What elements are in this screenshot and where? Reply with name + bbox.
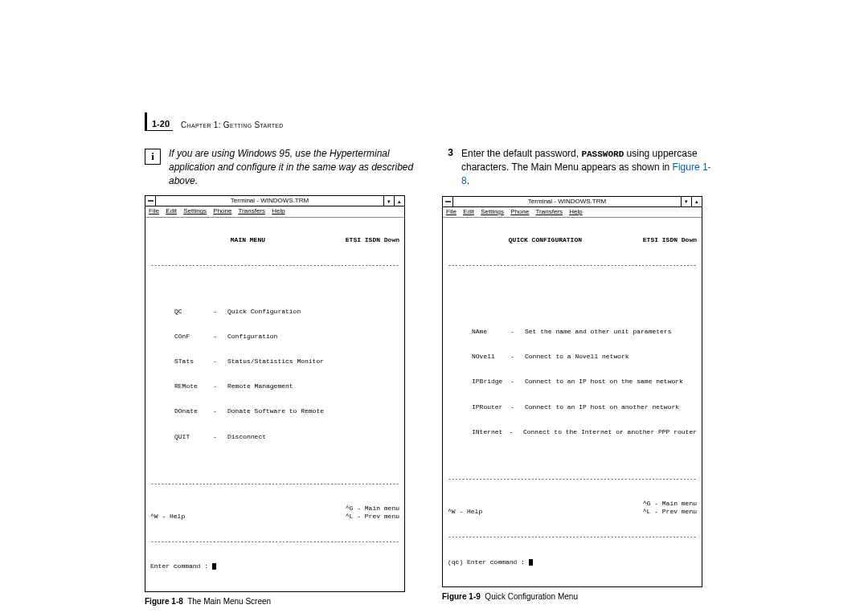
menu-help[interactable]: Help xyxy=(569,208,582,215)
menu-settings[interactable]: Settings xyxy=(183,207,207,215)
divider: ----------------------------------------… xyxy=(150,537,399,546)
terminal-body: QC-Quick Configuration COnF-Configuratio… xyxy=(150,286,399,463)
window-titlebar: Terminal - WINDOWS.TRM ▾ ▴ xyxy=(145,196,404,206)
menu-edit[interactable]: Edit xyxy=(166,207,177,215)
terminal-quick-config: Terminal - WINDOWS.TRM ▾ ▴ File Edit Set… xyxy=(442,196,702,587)
system-menu-icon[interactable] xyxy=(145,196,156,206)
page-number: 1-20 xyxy=(145,112,173,131)
menu-file[interactable]: File xyxy=(446,208,457,215)
menu-file[interactable]: File xyxy=(149,207,159,215)
page-header: 1-20 Chapter 1: Getting Started xyxy=(145,112,723,131)
step-text: Enter the default password, PASSWORD usi… xyxy=(461,147,715,188)
menu-phone[interactable]: Phone xyxy=(213,207,231,215)
window-title: Terminal - WINDOWS.TRM xyxy=(156,197,383,205)
help-hint: ^W - Help xyxy=(150,513,185,521)
menu-bar[interactable]: File Edit Settings Phone Transfers Help xyxy=(443,207,702,218)
step-number: 3 xyxy=(442,147,453,188)
window-title: Terminal - WINDOWS.TRM xyxy=(453,198,681,206)
terminal-main-menu: Terminal - WINDOWS.TRM ▾ ▴ File Edit Set… xyxy=(145,195,405,591)
terminal-status: ETSI ISDN Down xyxy=(346,236,399,244)
divider: ----------------------------------------… xyxy=(448,261,697,269)
divider: ----------------------------------------… xyxy=(448,533,697,541)
help-hint: ^W - Help xyxy=(448,508,482,516)
info-icon: i xyxy=(145,149,161,165)
divider: ----------------------------------------… xyxy=(150,261,399,269)
divider: ----------------------------------------… xyxy=(448,475,697,483)
command-prompt[interactable]: (qc) Enter command : xyxy=(448,558,697,566)
command-prompt[interactable]: Enter command : xyxy=(150,562,399,570)
menu-transfers[interactable]: Transfers xyxy=(536,208,563,215)
terminal-heading: QUICK CONFIGURATION xyxy=(509,236,582,244)
info-note: If you are using Windows 95, use the Hyp… xyxy=(169,147,418,187)
menu-transfers[interactable]: Transfers xyxy=(239,207,266,215)
figure-caption: Figure 1-8 The Main Menu Screen xyxy=(145,597,418,606)
maximize-button[interactable]: ▴ xyxy=(394,196,404,206)
system-menu-icon[interactable] xyxy=(443,197,453,206)
terminal-body: NAme-Set the name and other unit paramet… xyxy=(448,287,697,458)
minimize-button[interactable]: ▾ xyxy=(681,197,691,206)
divider: ----------------------------------------… xyxy=(150,480,399,488)
terminal-heading: MAIN MENU xyxy=(231,236,265,244)
menu-help[interactable]: Help xyxy=(272,207,285,215)
chapter-title: Chapter 1: Getting Started xyxy=(181,121,284,131)
menu-edit[interactable]: Edit xyxy=(463,208,474,215)
maximize-button[interactable]: ▴ xyxy=(691,197,702,206)
menu-settings[interactable]: Settings xyxy=(481,208,504,215)
menu-bar[interactable]: File Edit Settings Phone Transfers Help xyxy=(145,206,404,217)
minimize-button[interactable]: ▾ xyxy=(383,196,394,206)
menu-phone[interactable]: Phone xyxy=(510,208,529,215)
window-titlebar: Terminal - WINDOWS.TRM ▾ ▴ xyxy=(443,197,702,207)
terminal-status: ETSI ISDN Down xyxy=(643,236,697,244)
figure-caption: Figure 1-9 Quick Configuration Menu xyxy=(442,592,715,601)
